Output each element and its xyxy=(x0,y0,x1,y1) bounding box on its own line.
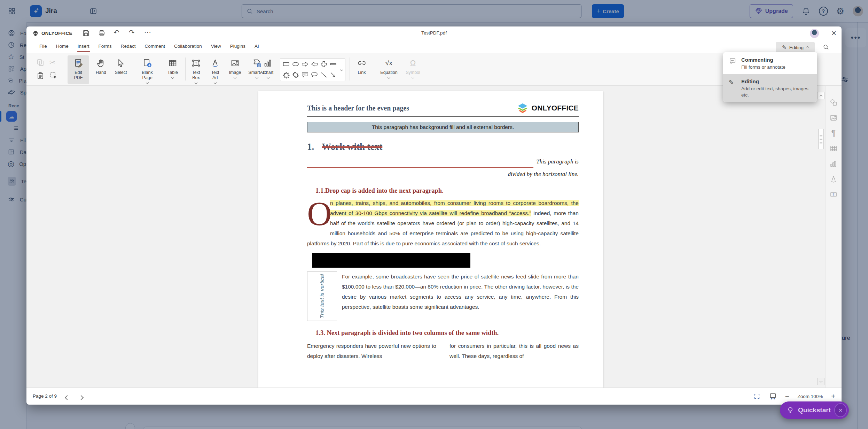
text-box-button[interactable]: Text Box xyxy=(187,55,205,84)
toolbar-button-label: Text Art xyxy=(210,70,220,81)
chevron-up-icon xyxy=(806,46,809,49)
symbol-icon: Ω xyxy=(410,58,416,68)
blank-page-button[interactable]: Blank Page xyxy=(136,55,158,84)
table-settings-icon[interactable] xyxy=(829,144,838,153)
previous-page-button[interactable] xyxy=(65,394,69,401)
edit-pdf-button[interactable]: Edit PDF xyxy=(68,55,89,84)
shape-line-icon[interactable] xyxy=(320,71,328,79)
right-para-line1: This paragraph is xyxy=(307,157,579,166)
shape-explosion1-icon[interactable] xyxy=(282,71,290,79)
shape-minus-icon[interactable] xyxy=(329,60,337,68)
scrollbar-thumb[interactable] xyxy=(818,129,824,149)
document-title: TestPDF.pdf xyxy=(26,30,842,36)
menu-insert[interactable]: Insert xyxy=(73,40,94,53)
menu-home[interactable]: Home xyxy=(52,40,73,53)
image-settings-icon[interactable] xyxy=(829,114,838,122)
chevron-down-icon xyxy=(195,81,197,84)
editor-titlebar: ONLYOFFICE ↶ ↷ ⋯ TestPDF.pdf × xyxy=(26,26,842,40)
menu-plugins[interactable]: Plugins xyxy=(226,40,250,53)
menu-redact[interactable]: Redact xyxy=(116,40,140,53)
zoom-in-button[interactable]: + xyxy=(831,393,835,400)
close-editor-icon[interactable]: × xyxy=(831,28,836,38)
chevron-down-icon xyxy=(146,81,149,84)
shapes-gallery xyxy=(280,58,345,81)
doc-heading-1-1: 1.1.Drop cap is added into the next para… xyxy=(315,187,579,194)
menu-ai[interactable]: AI xyxy=(250,40,264,53)
shape-rectangle-icon[interactable] xyxy=(282,60,290,68)
text-art-button[interactable]: Text Art xyxy=(207,55,224,84)
shape-arrow-right-icon[interactable] xyxy=(301,60,309,68)
paragraph-settings-icon[interactable]: ¶ xyxy=(831,129,836,137)
edit-pdf-icon xyxy=(73,58,83,68)
text-box-settings-icon[interactable] xyxy=(829,190,838,199)
chart-button[interactable]: Chart xyxy=(259,55,277,84)
onlyoffice-color-logo-icon xyxy=(516,102,529,114)
shape-ellipse-icon[interactable] xyxy=(292,60,299,68)
equation-button[interactable]: √x Equation xyxy=(377,55,400,84)
collaborator-avatar xyxy=(810,29,819,38)
editor-statusbar: Page 2 of 9 − Zoom 100% + xyxy=(26,388,842,405)
zoom-level: Zoom 100% xyxy=(798,394,823,399)
right-para-line2: divided by the horizontal line. xyxy=(307,170,579,179)
select-tool-button[interactable]: Select xyxy=(111,55,131,84)
scroll-down-button[interactable] xyxy=(817,378,824,385)
shape-explosion2-icon[interactable] xyxy=(292,71,299,79)
fit-page-icon[interactable] xyxy=(753,392,761,400)
chevron-down-icon xyxy=(214,81,217,84)
shape-settings-icon[interactable] xyxy=(829,98,838,107)
copy-icon xyxy=(36,58,45,67)
quickstart-label: Quickstart xyxy=(798,406,831,414)
quickstart-close-icon[interactable]: × xyxy=(834,403,847,417)
quickstart-button[interactable]: Quickstart × xyxy=(780,401,849,419)
mode-dropdown-button[interactable]: ✎ Editing xyxy=(776,42,815,53)
shape-plus-icon[interactable] xyxy=(320,60,328,68)
mode-option-desc: Add or edit text, shapes, images etc. xyxy=(741,86,812,98)
shape-arrow-left-icon[interactable] xyxy=(311,60,318,68)
shapes-more-button[interactable] xyxy=(338,59,345,81)
heading-number: 1. xyxy=(307,141,314,152)
shape-callout-oval-icon[interactable] xyxy=(311,71,318,79)
doc-heading-1: 1.Work with text xyxy=(307,141,579,152)
redacted-black-box xyxy=(312,253,470,268)
toolbar-button-label: Symbol xyxy=(406,70,420,75)
right-sidebar-panel: ¶ xyxy=(825,86,842,388)
vertical-text-box: This text is vertical xyxy=(307,271,337,321)
scroll-up-button[interactable] xyxy=(817,92,824,99)
zoom-out-button[interactable]: − xyxy=(785,393,789,400)
mode-option-commenting[interactable]: Commenting Fill forms or annotate xyxy=(723,52,817,74)
pdf-page[interactable]: This is a header for the even pages ONLY… xyxy=(258,91,603,388)
menu-comment[interactable]: Comment xyxy=(140,40,170,53)
toolbar-separator xyxy=(161,58,161,81)
menu-collaboration[interactable]: Collaboration xyxy=(170,40,206,53)
paste-icon[interactable] xyxy=(36,71,45,80)
menu-view[interactable]: View xyxy=(206,40,226,53)
doc-header-text: This is a header for the even pages xyxy=(307,104,409,112)
doc-two-columns: Emergency responders have powerful new o… xyxy=(307,341,579,361)
mode-option-editing[interactable]: ✎ Editing Add or edit text, shapes, imag… xyxy=(723,74,817,102)
shape-callout-rect-icon[interactable] xyxy=(301,71,309,79)
link-button[interactable]: Link xyxy=(353,55,370,84)
next-page-button[interactable] xyxy=(79,394,83,401)
menu-bar: File Home Insert Forms Redact Comment Co… xyxy=(35,40,264,53)
chevron-down-icon xyxy=(256,76,258,79)
text-art-settings-icon[interactable] xyxy=(829,175,838,183)
chart-settings-icon[interactable] xyxy=(829,160,838,168)
menu-file[interactable]: File xyxy=(35,40,52,53)
select-all-icon[interactable] xyxy=(49,71,58,80)
mode-dropdown-menu: Commenting Fill forms or annotate ✎ Edit… xyxy=(723,52,817,102)
image-button[interactable]: Image xyxy=(226,55,244,84)
table-button[interactable]: Table xyxy=(164,55,182,84)
equation-icon: √x xyxy=(385,58,392,68)
doc-filled-paragraph: This paragraph has background fill and a… xyxy=(307,122,579,132)
shape-arrow-diagonal-icon[interactable] xyxy=(329,71,337,79)
fit-width-icon[interactable] xyxy=(769,392,777,400)
document-area: This is a header for the even pages ONLY… xyxy=(26,86,842,388)
image-icon xyxy=(230,58,240,68)
toolbar-button-label: Text Box xyxy=(190,70,202,81)
hand-tool-button[interactable]: Hand xyxy=(91,55,111,84)
editor-search-icon[interactable] xyxy=(822,44,829,51)
doc-logo: ONLYOFFICE xyxy=(516,102,579,114)
table-icon xyxy=(168,58,178,68)
menu-forms[interactable]: Forms xyxy=(94,40,116,53)
mode-option-title: Commenting xyxy=(741,56,785,63)
